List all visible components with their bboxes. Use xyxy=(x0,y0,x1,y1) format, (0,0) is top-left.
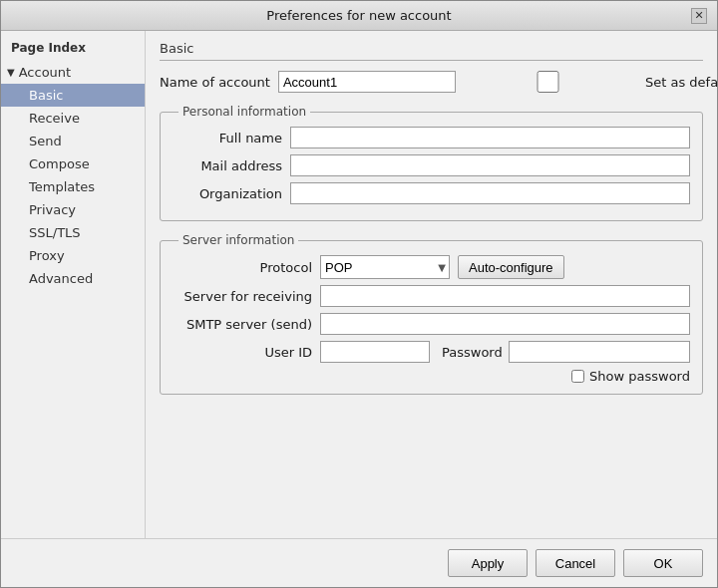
organization-label: Organization xyxy=(173,186,282,201)
cancel-button[interactable]: Cancel xyxy=(536,549,615,577)
show-password-row: Show password xyxy=(173,369,690,384)
protocol-select[interactable]: POP IMAP NNTP xyxy=(320,255,450,279)
set-as-default-label: Set as default xyxy=(645,75,717,90)
main-content: Page Index ▼ Account Basic Receive Send … xyxy=(1,31,717,538)
server-info-legend: Server information xyxy=(179,233,298,247)
server-info-group: Server information Protocol POP IMAP NNT… xyxy=(160,233,703,395)
protocol-row: Protocol POP IMAP NNTP ▼ Auto-configure xyxy=(173,255,690,279)
titlebar: Preferences for new account ✕ xyxy=(1,1,717,31)
dialog-title: Preferences for new account xyxy=(27,8,691,23)
footer: Apply Cancel OK xyxy=(1,538,717,587)
smtp-server-row: SMTP server (send) xyxy=(173,313,690,335)
mail-address-label: Mail address xyxy=(173,158,282,173)
personal-info-group: Personal information Full name Mail addr… xyxy=(160,105,703,221)
show-password-label: Show password xyxy=(589,369,690,384)
sidebar-item-templates[interactable]: Templates xyxy=(1,175,145,198)
preferences-dialog: Preferences for new account ✕ Page Index… xyxy=(0,0,718,588)
full-name-row: Full name xyxy=(173,127,690,148)
smtp-server-label: SMTP server (send) xyxy=(173,317,312,332)
section-title: Basic xyxy=(160,41,703,61)
password-label: Password xyxy=(442,345,503,360)
sidebar-account-label: Account xyxy=(19,65,72,80)
sidebar-item-ssltls[interactable]: SSL/TLS xyxy=(1,221,145,244)
server-for-receiving-label: Server for receiving xyxy=(173,289,312,304)
sidebar-item-basic[interactable]: Basic xyxy=(1,84,145,107)
protocol-label: Protocol xyxy=(173,260,312,275)
mail-address-input[interactable] xyxy=(290,154,690,176)
sidebar-item-account[interactable]: ▼ Account xyxy=(1,61,145,84)
content-area: Basic Name of account Set as default Per… xyxy=(146,31,717,538)
close-button[interactable]: ✕ xyxy=(691,8,707,24)
name-of-account-label: Name of account xyxy=(160,75,270,90)
sidebar-header: Page Index xyxy=(1,35,145,61)
organization-row: Organization xyxy=(173,182,690,204)
personal-info-legend: Personal information xyxy=(179,105,310,119)
apply-button[interactable]: Apply xyxy=(448,549,528,577)
ok-button[interactable]: OK xyxy=(623,549,703,577)
sidebar-item-receive[interactable]: Receive xyxy=(1,107,145,130)
set-default-row: Set as default xyxy=(456,71,717,93)
name-of-account-input[interactable] xyxy=(278,71,456,93)
full-name-input[interactable] xyxy=(290,127,690,148)
userid-password-row: User ID Password xyxy=(173,341,690,363)
server-for-receiving-row: Server for receiving xyxy=(173,285,690,307)
organization-input[interactable] xyxy=(290,182,690,204)
sidebar-item-compose[interactable]: Compose xyxy=(1,152,145,175)
smtp-server-input[interactable] xyxy=(320,313,690,335)
name-of-account-row: Name of account Set as default xyxy=(160,71,703,93)
mail-address-row: Mail address xyxy=(173,154,690,176)
sidebar-item-privacy[interactable]: Privacy xyxy=(1,198,145,221)
sidebar-section-account: ▼ Account Basic Receive Send Compose Tem… xyxy=(1,61,145,290)
full-name-label: Full name xyxy=(173,131,282,146)
userid-input[interactable] xyxy=(320,341,430,363)
set-as-default-checkbox[interactable] xyxy=(456,71,640,93)
protocol-select-wrap: POP IMAP NNTP ▼ Auto-configure xyxy=(320,255,564,279)
userid-label: User ID xyxy=(173,345,312,360)
server-for-receiving-input[interactable] xyxy=(320,285,690,307)
sidebar-item-send[interactable]: Send xyxy=(1,130,145,152)
expand-icon: ▼ xyxy=(7,67,15,78)
password-input[interactable] xyxy=(509,341,690,363)
sidebar-item-proxy[interactable]: Proxy xyxy=(1,244,145,267)
sidebar: Page Index ▼ Account Basic Receive Send … xyxy=(1,31,146,538)
auto-configure-button[interactable]: Auto-configure xyxy=(458,255,564,279)
protocol-select-wrapper: POP IMAP NNTP ▼ xyxy=(320,255,450,279)
show-password-checkbox[interactable] xyxy=(571,370,584,383)
sidebar-item-advanced[interactable]: Advanced xyxy=(1,267,145,290)
